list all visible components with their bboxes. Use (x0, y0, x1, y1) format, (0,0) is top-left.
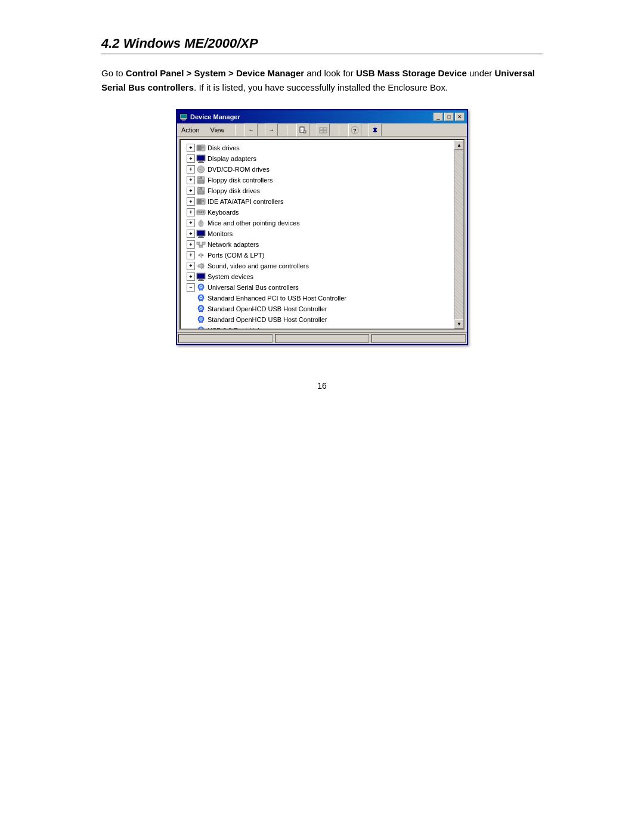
svg-rect-51 (197, 242, 200, 244)
expander-keyboards[interactable]: + (187, 208, 195, 216)
icon-usb20-hub (196, 326, 206, 329)
tree-item-sound[interactable]: + Sound, video and game controllers (181, 261, 454, 271)
scroll-up-button[interactable]: ▲ (454, 140, 464, 150)
close-button[interactable]: ✕ (455, 113, 465, 121)
svg-rect-52 (202, 242, 205, 244)
label-ports: Ports (COM & LPT) (208, 252, 264, 259)
tree-item-usb20-hub[interactable]: USB 2.0 Root Hub (181, 325, 454, 329)
svg-rect-49 (199, 236, 203, 237)
svg-rect-11 (320, 131, 323, 133)
icon-monitors (196, 229, 206, 239)
toolbar-help[interactable]: ? (348, 123, 361, 137)
svg-rect-17 (202, 147, 204, 148)
svg-rect-12 (324, 131, 327, 133)
tree-item-openhcd-1[interactable]: Standard OpenHCD USB Host Controller (181, 304, 454, 314)
tree-item-system[interactable]: + System devices (181, 271, 454, 282)
expander-ports[interactable]: + (187, 251, 195, 259)
svg-rect-62 (198, 280, 204, 281)
page-number: 16 (101, 381, 543, 391)
svg-rect-19 (197, 156, 205, 160)
svg-marker-58 (198, 263, 202, 269)
tree-item-disk-drives[interactable]: + Disk drives (181, 143, 454, 153)
scrollbar[interactable]: ▲ ▼ (454, 140, 463, 329)
icon-pci-usb (196, 293, 206, 303)
toolbar-view[interactable] (317, 123, 330, 137)
minimize-button[interactable]: _ (434, 113, 443, 121)
bold-control-panel: Control Panel > System > Device Manager (126, 68, 304, 78)
menubar: Action View ← → (177, 123, 467, 137)
status-panel-2 (275, 334, 369, 343)
toolbar-forward[interactable]: → (265, 123, 278, 137)
label-openhcd-1: Standard OpenHCD USB Host Controller (208, 305, 327, 312)
svg-rect-21 (198, 162, 204, 163)
expander-ide[interactable]: + (187, 197, 195, 206)
maximize-button[interactable]: □ (444, 113, 454, 121)
statusbar (177, 332, 467, 344)
expander-mice[interactable]: + (187, 219, 195, 227)
toolbar-properties[interactable] (296, 123, 309, 137)
expander-floppy-drives[interactable]: + (187, 187, 195, 195)
svg-rect-61 (199, 279, 203, 280)
label-keyboards: Keyboards (208, 209, 239, 216)
label-mice: Mice and other pointing devices (208, 219, 300, 227)
description-paragraph: Go to Control Panel > System > Device Ma… (101, 66, 543, 95)
svg-rect-5 (301, 128, 304, 128)
icon-mice (196, 218, 206, 228)
expander-dvd[interactable]: + (187, 165, 195, 174)
expander-usb[interactable]: − (187, 283, 195, 292)
dm-app-icon (179, 113, 188, 121)
tree-item-network[interactable]: + Network adapters (181, 239, 454, 250)
icon-network (196, 240, 206, 249)
svg-rect-39 (201, 211, 202, 212)
menu-separator (235, 125, 236, 135)
label-pci-usb: Standard Enhanced PCI to USB Host Contro… (208, 295, 346, 302)
svg-point-24 (200, 169, 202, 170)
tree-item-ports[interactable]: + Ports (COM & LPT) (181, 250, 454, 261)
icon-disk (196, 143, 206, 153)
tree-item-floppy-drives[interactable]: + Floppy disk drives (181, 185, 454, 196)
expander-monitors[interactable]: + (187, 230, 195, 238)
toolbar-back[interactable]: ← (244, 123, 258, 137)
scroll-track[interactable] (454, 150, 463, 319)
menu-action[interactable]: Action (179, 126, 202, 134)
svg-rect-35 (202, 200, 204, 202)
label-sound: Sound, video and game controllers (208, 262, 309, 270)
svg-rect-3 (182, 120, 185, 120)
tree-item-usb-controllers[interactable]: − Universal Serial Bus controllers (181, 282, 454, 293)
tree-item-monitors[interactable]: + Monitors (181, 228, 454, 239)
expander-disk[interactable]: + (187, 144, 195, 152)
svg-rect-9 (320, 128, 323, 130)
svg-rect-43 (203, 212, 204, 213)
label-usb-controllers: Universal Serial Bus controllers (208, 284, 299, 291)
tree-item-openhcd-2[interactable]: Standard OpenHCD USB Host Controller (181, 314, 454, 325)
svg-text:?: ? (353, 128, 357, 134)
toolbar-extra[interactable] (369, 123, 382, 137)
svg-point-56 (199, 255, 200, 256)
titlebar-left: Device Manager (179, 113, 240, 121)
titlebar-controls[interactable]: _ □ ✕ (434, 113, 465, 121)
svg-rect-32 (198, 191, 204, 194)
scroll-down-button[interactable]: ▼ (454, 319, 464, 329)
expander-network[interactable]: + (187, 240, 195, 249)
expander-floppy-ctrl[interactable]: + (187, 176, 195, 184)
menu-view[interactable]: View (209, 126, 227, 134)
expander-sound[interactable]: + (187, 262, 195, 270)
icon-floppy-ctrl (196, 175, 206, 185)
tree-item-display[interactable]: + Display adapters (181, 153, 454, 164)
label-ide: IDE ATA/ATAPI controllers (208, 198, 284, 205)
label-network: Network adapters (208, 241, 259, 248)
label-floppy-ctrl: Floppy disk controllers (208, 176, 273, 184)
tree-item-mice[interactable]: + Mice and other pointing devices (181, 218, 454, 228)
label-monitors: Monitors (208, 230, 233, 237)
tree-item-ide[interactable]: + IDE ATA/ATAPI controllers (181, 196, 454, 207)
tree-item-keyboards[interactable]: + Keyboards (181, 207, 454, 218)
expander-system[interactable]: + (187, 272, 195, 281)
svg-point-57 (202, 255, 204, 256)
status-panel-3 (371, 334, 466, 343)
svg-rect-38 (199, 211, 200, 212)
tree-item-floppy-ctrl[interactable]: + Floppy disk controllers (181, 175, 454, 185)
tree-item-dvd[interactable]: + DVD/CD-ROM drives (181, 164, 454, 175)
tree-item-pci-usb[interactable]: Standard Enhanced PCI to USB Host Contro… (181, 293, 454, 304)
expander-display[interactable]: + (187, 154, 195, 163)
device-tree[interactable]: + Disk drives + (181, 140, 454, 329)
